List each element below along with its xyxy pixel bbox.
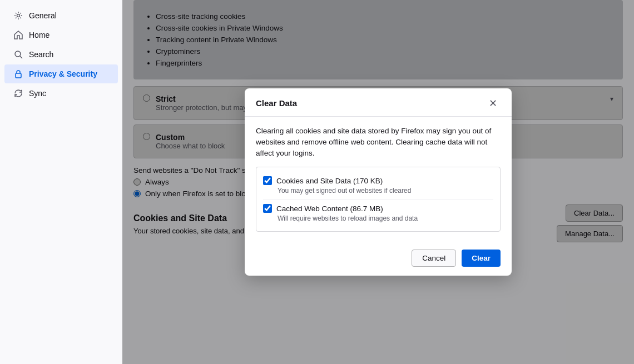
gear-icon: [13, 11, 23, 21]
cache-checkbox[interactable]: [263, 204, 272, 213]
clear-button[interactable]: Clear: [462, 250, 501, 267]
modal-overlay: Clear Data ✕ Clearing all cookies and si…: [122, 0, 634, 364]
modal-title: Clear Data: [256, 98, 297, 108]
cache-checkbox-label[interactable]: Cached Web Content (86.7 MB): [263, 204, 493, 213]
modal-footer: Cancel Clear: [245, 243, 512, 276]
sidebar-item-home[interactable]: Home: [4, 26, 118, 44]
sync-icon: [13, 88, 23, 98]
clear-data-modal: Clear Data ✕ Clearing all cookies and si…: [245, 88, 512, 276]
sidebar-item-search-label: Search: [29, 50, 53, 59]
modal-description: Clearing all cookies and site data store…: [256, 126, 501, 159]
modal-header: Clear Data ✕: [245, 88, 512, 117]
svg-rect-3: [16, 73, 21, 78]
cache-checkbox-text: Cached Web Content (86.7 MB): [276, 205, 383, 213]
cache-checkbox-sub: Will require websites to reload images a…: [278, 215, 493, 222]
cookies-checkbox[interactable]: [263, 176, 272, 185]
modal-close-button[interactable]: ✕: [486, 97, 501, 109]
cookies-checkbox-row: Cookies and Site Data (170 KB) You may g…: [263, 172, 493, 200]
search-icon: [13, 49, 23, 59]
sidebar-item-privacy-label: Privacy & Security: [29, 69, 97, 78]
main-content: Cross-site tracking cookies Cross-site c…: [122, 0, 634, 364]
sidebar-item-general-label: General: [29, 11, 57, 20]
checkbox-list: Cookies and Site Data (170 KB) You may g…: [256, 167, 501, 232]
sidebar-item-privacy[interactable]: Privacy & Security: [4, 64, 118, 83]
lock-icon: [13, 69, 23, 79]
cookies-checkbox-sub: You may get signed out of websites if cl…: [278, 187, 493, 195]
cancel-button[interactable]: Cancel: [412, 250, 456, 267]
svg-line-2: [20, 56, 22, 58]
cookies-checkbox-text: Cookies and Site Data (170 KB): [276, 177, 383, 185]
cache-checkbox-row: Cached Web Content (86.7 MB) Will requir…: [263, 200, 493, 227]
home-icon: [13, 30, 23, 40]
sidebar-item-sync[interactable]: Sync: [4, 84, 118, 103]
sidebar-item-general[interactable]: General: [4, 6, 118, 25]
sidebar-item-sync-label: Sync: [29, 89, 46, 98]
svg-point-0: [17, 14, 20, 17]
svg-point-1: [15, 51, 21, 57]
sidebar: General Home Search Privacy & Security: [0, 0, 122, 364]
sidebar-item-home-label: Home: [29, 31, 49, 39]
modal-body: Clearing all cookies and site data store…: [245, 117, 512, 243]
cookies-checkbox-label[interactable]: Cookies and Site Data (170 KB): [263, 176, 493, 185]
sidebar-item-search[interactable]: Search: [4, 45, 118, 64]
